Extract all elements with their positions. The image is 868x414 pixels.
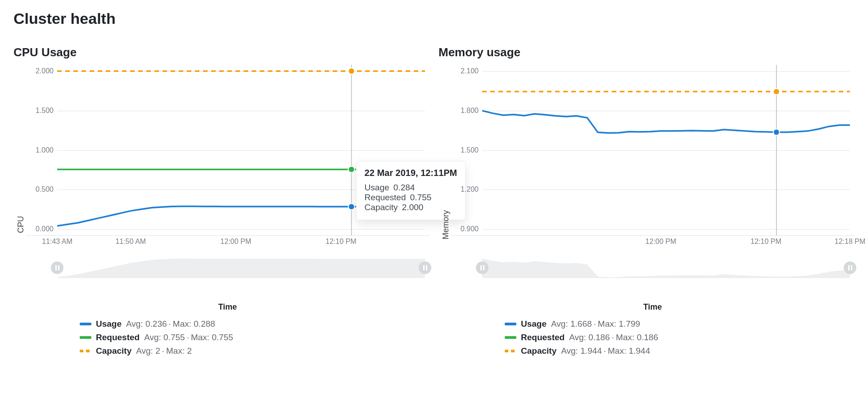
memory-x-axis-label: Time — [451, 302, 854, 312]
x-tick: 12:10 PM — [750, 238, 781, 246]
cpu-x-axis-label: Time — [26, 302, 429, 312]
x-tick: 12:00 PM — [646, 238, 676, 246]
cpu-range-slider[interactable] — [57, 257, 425, 278]
range-handle-right[interactable] — [844, 261, 856, 274]
memory-plot-area[interactable]: 2.100 1.800 1.500 1.200 0.900 — [451, 65, 854, 236]
charts-row: CPU Usage CPU 2.000 1.500 1.000 0.500 — [14, 45, 854, 358]
y-tick: 1.200 — [451, 185, 479, 194]
cpu-y-axis-label: CPU — [14, 189, 26, 233]
memory-series-svg — [482, 65, 850, 235]
y-tick: 1.500 — [26, 107, 54, 115]
svg-point-3 — [348, 68, 355, 74]
legend-item[interactable]: UsageAvg: 1.668·Max: 1.799 — [505, 317, 854, 331]
range-slider-track — [57, 257, 425, 278]
y-tick: 0.000 — [26, 225, 54, 233]
legend-swatch — [505, 336, 516, 339]
dashboard-root: Cluster health CPU Usage CPU 2.000 1.500… — [0, 0, 868, 376]
svg-point-5 — [773, 129, 780, 135]
x-tick: 12:18 PM — [835, 238, 865, 246]
x-tick: 12:10 PM — [326, 238, 356, 246]
x-tick: 12:00 PM — [221, 238, 251, 246]
y-tick: 0.500 — [26, 185, 54, 194]
cpu-plot-area[interactable]: 2.000 1.500 1.000 0.500 0.000 22 Mar 201… — [26, 65, 429, 236]
page-title: Cluster health — [14, 10, 854, 27]
legend-item[interactable]: RequestedAvg: 0.755·Max: 0.755 — [80, 331, 429, 344]
legend-swatch — [80, 350, 91, 352]
cpu-legend: UsageAvg: 0.236·Max: 0.288RequestedAvg: … — [26, 317, 429, 358]
legend-series-stats: Avg: 0.186·Max: 0.186 — [569, 331, 658, 344]
y-tick: 1.500 — [451, 146, 479, 154]
memory-chart-title: Memory usage — [439, 45, 854, 59]
legend-series-name: Requested — [96, 331, 140, 344]
legend-series-name: Usage — [96, 317, 122, 331]
legend-swatch — [505, 350, 516, 352]
y-tick: 2.000 — [26, 67, 54, 75]
legend-swatch — [505, 323, 516, 325]
legend-series-stats: Avg: 2·Max: 2 — [136, 344, 192, 358]
legend-series-stats: Avg: 0.236·Max: 0.288 — [126, 317, 215, 331]
legend-series-name: Usage — [521, 317, 547, 331]
svg-point-1 — [348, 203, 355, 210]
memory-y-axis-label: Memory — [439, 183, 451, 239]
cpu-panel: CPU Usage CPU 2.000 1.500 1.000 0.500 — [14, 45, 429, 358]
cpu-x-ticks: 11:43 AM11:50 AM12:00 PM12:10 PM — [57, 238, 425, 251]
y-tick: 2.100 — [451, 67, 479, 75]
legend-swatch — [80, 323, 91, 325]
memory-legend: UsageAvg: 1.668·Max: 1.799RequestedAvg: … — [451, 317, 854, 358]
range-slider-track — [482, 257, 850, 278]
x-tick: 11:43 AM — [42, 238, 72, 246]
legend-item[interactable]: UsageAvg: 0.236·Max: 0.288 — [80, 317, 429, 331]
memory-x-ticks: 12:00 PM12:10 PM12:18 PM — [482, 238, 850, 251]
legend-series-name: Capacity — [96, 344, 131, 358]
legend-item[interactable]: CapacityAvg: 1.944·Max: 1.944 — [505, 344, 854, 358]
legend-series-stats: Avg: 1.944·Max: 1.944 — [561, 344, 650, 358]
range-handle-left[interactable] — [51, 261, 63, 274]
legend-series-stats: Avg: 1.668·Max: 1.799 — [551, 317, 640, 331]
y-tick: 0.900 — [451, 225, 479, 233]
legend-series-stats: Avg: 0.755·Max: 0.755 — [144, 331, 233, 344]
y-tick: 1.800 — [451, 107, 479, 115]
memory-range-slider[interactable] — [482, 257, 850, 278]
range-handle-right[interactable] — [419, 261, 431, 274]
legend-item[interactable]: CapacityAvg: 2·Max: 2 — [80, 344, 429, 358]
svg-point-2 — [348, 166, 355, 172]
x-tick: 11:50 AM — [116, 238, 146, 246]
legend-item[interactable]: RequestedAvg: 0.186·Max: 0.186 — [505, 331, 854, 344]
svg-point-7 — [773, 89, 780, 95]
range-handle-left[interactable] — [476, 261, 488, 274]
tooltip-timestamp: 22 Mar 2019, 12:11PM — [365, 168, 457, 178]
legend-swatch — [80, 336, 91, 339]
legend-series-name: Capacity — [521, 344, 556, 358]
y-tick: 1.000 — [26, 146, 54, 154]
memory-panel: Memory usage Memory 2.100 1.800 1.500 1.… — [439, 45, 854, 358]
legend-series-name: Requested — [521, 331, 565, 344]
cpu-chart-title: CPU Usage — [14, 45, 429, 59]
